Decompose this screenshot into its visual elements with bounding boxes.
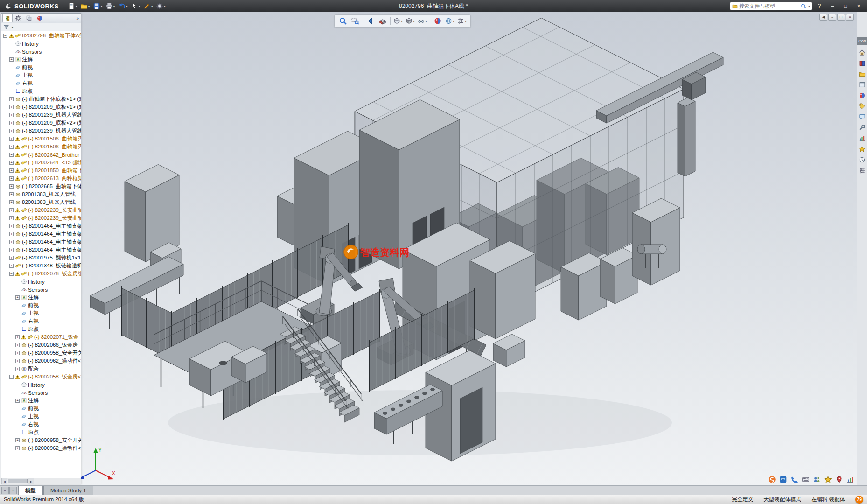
tree-item[interactable]: +A注解 <box>1 397 81 405</box>
expand-icon[interactable]: + <box>15 351 20 355</box>
featuremanager-tab[interactable] <box>2 14 13 22</box>
tree-item[interactable]: History <box>1 278 81 286</box>
tree-item[interactable]: 原点 <box>1 428 81 436</box>
view-palette-tab[interactable] <box>858 80 867 89</box>
tree-item[interactable]: −(-) 82002058_钣金房< <box>1 373 81 381</box>
tree-item[interactable]: 右视 <box>1 420 81 428</box>
tree-item[interactable]: +(-) 82002665_曲轴箱下体 <box>1 182 81 190</box>
collapse-icon[interactable]: − <box>3 34 7 38</box>
minimize-button[interactable]: – <box>827 2 838 10</box>
previous-view-button[interactable] <box>364 15 377 27</box>
tree-item[interactable]: +(-) 82000962_操动件< <box>1 357 81 365</box>
tree-item[interactable]: +(-) 82000958_安全开关 <box>1 436 81 444</box>
expand-icon[interactable]: + <box>9 232 14 236</box>
expand-icon[interactable]: + <box>9 208 14 212</box>
tree-item[interactable]: +(-) 82002644_<1> (默认 <box>1 159 81 167</box>
phone-icon[interactable] <box>790 475 799 484</box>
restore-panel-button[interactable]: □ <box>837 14 845 21</box>
notification-badge[interactable]: 79 <box>855 496 863 504</box>
solidworks-resources-tab[interactable] <box>858 48 867 57</box>
apply-scene-button[interactable]: ▾ <box>444 15 456 27</box>
expand-icon[interactable]: + <box>9 57 14 62</box>
tree-item[interactable]: +(-) 82001209_底板<2> (默 <box>1 119 81 127</box>
help-button[interactable]: ? <box>814 2 825 10</box>
view-settings-button[interactable]: ▾ <box>456 15 468 27</box>
solidworks-logo-icon[interactable] <box>767 475 776 484</box>
open-button[interactable]: ▾ <box>79 1 91 11</box>
undo-button[interactable]: ▾ <box>117 1 129 11</box>
history-tab[interactable] <box>858 155 867 164</box>
expand-icon[interactable]: + <box>9 145 14 149</box>
search-input[interactable] <box>739 3 799 9</box>
tree-item[interactable]: +(-) 82001975_翻转机1<1> <box>1 254 81 262</box>
tree-item[interactable]: +82001383_机器人管线 <box>1 190 81 198</box>
tree-item[interactable]: 原点 <box>1 87 81 95</box>
sketch-button[interactable]: ▾ <box>142 1 154 11</box>
tree-item[interactable]: +(-) 82002071_钣金 <box>1 333 81 341</box>
expand-icon[interactable]: + <box>15 438 20 442</box>
tree-item[interactable]: 右视 <box>1 79 81 87</box>
tree-item[interactable]: 前视 <box>1 63 81 71</box>
tree-item[interactable]: +(-) 82001464_电主轴支架 <box>1 246 81 254</box>
expand-icon[interactable]: + <box>9 105 14 109</box>
keyboard-icon[interactable] <box>801 475 810 484</box>
filter-icon[interactable] <box>3 24 9 30</box>
expand-icon[interactable]: + <box>15 367 20 371</box>
configurationmanager-tab[interactable] <box>24 14 34 22</box>
tree-item[interactable]: +(-) 82001506_曲轴箱刃 <box>1 135 81 143</box>
document-tab[interactable]: 模型 <box>18 486 43 495</box>
tree-item[interactable]: History <box>1 381 81 389</box>
zoom-to-fit-button[interactable] <box>337 15 349 27</box>
graphics-viewport[interactable]: 智造资料网YXZ <box>0 12 867 485</box>
section-view-button[interactable] <box>377 15 389 27</box>
expand-icon[interactable]: + <box>9 129 14 133</box>
print-button[interactable]: ▾ <box>104 1 117 11</box>
displaymanager-tab[interactable] <box>35 14 45 22</box>
search-icon[interactable] <box>801 3 806 9</box>
expand-icon[interactable]: + <box>9 248 14 252</box>
scroll-left-arrow[interactable]: ◀ <box>1 478 7 484</box>
measure-tab[interactable] <box>858 123 867 132</box>
tree-item[interactable]: 上视 <box>1 413 81 420</box>
scroll-thumb[interactable] <box>8 479 28 483</box>
options-button[interactable]: ▾ <box>154 1 167 11</box>
tree-item[interactable]: +(-) 82001209_底板<1> (默 <box>1 103 81 111</box>
tree-item[interactable]: +(-) 82002613_两种框架 <box>1 175 81 182</box>
task-pane-header[interactable]: Con <box>857 37 867 45</box>
tree-item[interactable]: +(-) 82001464_电主轴支架 <box>1 222 81 230</box>
search-options-caret[interactable]: ▾ <box>808 4 810 8</box>
expand-icon[interactable]: + <box>9 137 14 141</box>
close-button[interactable]: × <box>853 2 864 10</box>
expand-icon[interactable]: + <box>15 335 20 339</box>
tree-item[interactable]: +(-) 82002239_长安曲轴 <box>1 214 81 222</box>
expand-icon[interactable]: + <box>9 264 14 268</box>
expand-icon[interactable]: + <box>9 224 14 228</box>
tree-item[interactable]: +A注解 <box>1 294 81 301</box>
tree-item[interactable]: 右视 <box>1 317 81 325</box>
stats-icon[interactable] <box>846 475 855 484</box>
tree-item[interactable]: +(-) 82001239_机器人管线 <box>1 111 81 119</box>
document-tab[interactable]: Motion Study 1 <box>43 486 93 495</box>
collapse-panel-button[interactable]: ◀ <box>819 14 827 21</box>
expand-icon[interactable]: + <box>15 295 20 300</box>
community-icon[interactable] <box>812 475 821 484</box>
select-button[interactable]: ▾ <box>129 1 142 11</box>
expand-icon[interactable]: + <box>9 240 14 244</box>
custom-properties-tab[interactable] <box>858 101 867 111</box>
maximize-button[interactable]: □ <box>840 2 851 10</box>
forum-tab[interactable] <box>858 112 867 121</box>
tree-item[interactable]: History <box>1 40 81 48</box>
location-icon[interactable] <box>834 475 844 484</box>
tree-item[interactable]: −(-) 82002076_钣金房组 <box>1 270 81 278</box>
expand-icon[interactable]: + <box>9 216 14 220</box>
tree-item[interactable]: 前视 <box>1 405 81 413</box>
expand-icon[interactable]: + <box>15 399 20 403</box>
tree-item[interactable]: Sensors <box>1 389 81 397</box>
design-library-tab[interactable] <box>858 58 867 68</box>
tree-item[interactable]: +(-) 82001464_电主轴支架 <box>1 230 81 238</box>
expand-icon[interactable]: + <box>9 113 14 117</box>
tab-scroll-first[interactable]: « <box>1 487 9 494</box>
expand-icon[interactable]: + <box>9 176 14 181</box>
tree-item[interactable]: +(-) 82002239_长安曲轴 <box>1 206 81 214</box>
appearances-scenes-tab[interactable] <box>858 91 867 100</box>
